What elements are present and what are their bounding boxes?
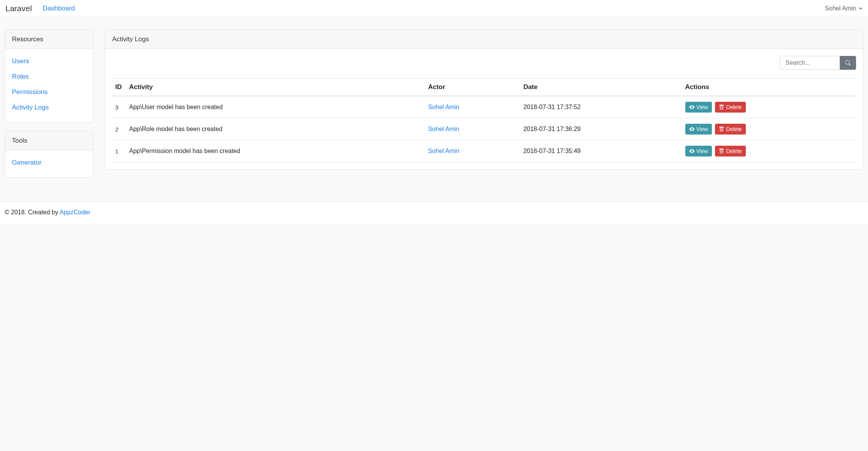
tools-list: Generator <box>5 150 93 177</box>
table-row: 1 App\Permission model has been created … <box>112 140 856 162</box>
main-container: Resources Users Roles Permissions Activi… <box>0 17 868 202</box>
navbar-left: Laravel Dashboard <box>5 4 75 13</box>
th-date: Date <box>520 79 682 96</box>
view-label: View <box>696 148 708 154</box>
search-group <box>780 56 856 70</box>
view-label: View <box>696 104 708 110</box>
cell-date: 2018-07-31 17:35:49 <box>520 140 682 162</box>
cell-activity: App\Role model has been created <box>126 118 425 140</box>
sidebar-item-roles[interactable]: Roles <box>5 69 93 84</box>
activity-logs-body: ID Activity Actor Date Actions 3 App\Use… <box>105 49 863 169</box>
cell-actor: Sohel Amin <box>425 96 520 118</box>
eye-icon <box>689 148 695 154</box>
delete-button[interactable]: Delete <box>715 124 745 135</box>
th-actor: Actor <box>425 79 520 96</box>
eye-icon <box>689 104 695 110</box>
cell-id: 2 <box>112 118 126 140</box>
search-button[interactable] <box>840 56 856 70</box>
cell-actions: View Delete <box>682 140 856 162</box>
actor-link[interactable]: Sohel Amin <box>428 126 459 132</box>
footer-link[interactable]: AppzCoder <box>60 209 91 215</box>
footer-text: © 2018. Created by <box>5 209 60 215</box>
table-row: 3 App\User model has been created Sohel … <box>112 96 856 118</box>
actor-link[interactable]: Sohel Amin <box>428 104 459 110</box>
view-button[interactable]: View <box>685 146 712 157</box>
footer: © 2018. Created by AppzCoder <box>0 202 868 224</box>
cell-activity: App\Permission model has been created <box>126 140 425 162</box>
chevron-down-icon <box>859 8 863 10</box>
view-label: View <box>696 126 708 132</box>
sidebar-item-generator[interactable]: Generator <box>5 155 93 170</box>
delete-button[interactable]: Delete <box>715 146 745 157</box>
cell-actor: Sohel Amin <box>425 118 520 140</box>
cell-activity: App\User model has been created <box>126 96 425 118</box>
cell-id: 3 <box>112 96 126 118</box>
view-button[interactable]: View <box>685 124 712 135</box>
dashboard-link[interactable]: Dashboard <box>43 5 75 12</box>
cell-actions: View Delete <box>682 118 856 140</box>
sidebar-item-activity-logs[interactable]: Activity Logs <box>5 100 93 115</box>
cell-actions: View Delete <box>682 96 856 118</box>
navbar: Laravel Dashboard Sohel Amin <box>0 0 868 17</box>
table-header-row: ID Activity Actor Date Actions <box>112 79 856 96</box>
cell-actor: Sohel Amin <box>425 140 520 162</box>
search-input[interactable] <box>780 56 840 70</box>
trash-icon <box>719 104 724 110</box>
activity-logs-card: Activity Logs ID Activity <box>105 30 863 170</box>
cell-id: 1 <box>112 140 126 162</box>
trash-icon <box>719 126 724 132</box>
table-row: 2 App\Role model has been created Sohel … <box>112 118 856 140</box>
search-row <box>112 56 856 70</box>
user-dropdown[interactable]: Sohel Amin <box>825 5 863 12</box>
delete-label: Delete <box>726 126 742 132</box>
tools-card: Tools Generator <box>5 131 93 178</box>
delete-button[interactable]: Delete <box>715 102 745 113</box>
eye-icon <box>689 126 695 132</box>
navbar-brand[interactable]: Laravel <box>5 4 32 13</box>
delete-label: Delete <box>726 104 742 110</box>
th-activity: Activity <box>126 79 425 96</box>
sidebar: Resources Users Roles Permissions Activi… <box>5 30 93 186</box>
view-button[interactable]: View <box>685 102 712 113</box>
delete-label: Delete <box>726 148 742 154</box>
actor-link[interactable]: Sohel Amin <box>428 148 459 154</box>
resources-card: Resources Users Roles Permissions Activi… <box>5 30 93 123</box>
activity-table: ID Activity Actor Date Actions 3 App\Use… <box>112 78 856 162</box>
resources-list: Users Roles Permissions Activity Logs <box>5 49 93 122</box>
main-panel: Activity Logs ID Activity <box>105 30 863 178</box>
th-actions: Actions <box>682 79 856 96</box>
cell-date: 2018-07-31 17:37:52 <box>520 96 682 118</box>
user-name: Sohel Amin <box>825 5 856 12</box>
sidebar-item-permissions[interactable]: Permissions <box>5 84 93 100</box>
activity-logs-header: Activity Logs <box>105 30 863 49</box>
search-icon <box>845 60 851 66</box>
trash-icon <box>719 148 724 154</box>
cell-date: 2018-07-31 17:36:29 <box>520 118 682 140</box>
sidebar-item-users[interactable]: Users <box>5 54 93 69</box>
th-id: ID <box>112 79 126 96</box>
tools-header: Tools <box>5 131 93 150</box>
resources-header: Resources <box>5 30 93 49</box>
